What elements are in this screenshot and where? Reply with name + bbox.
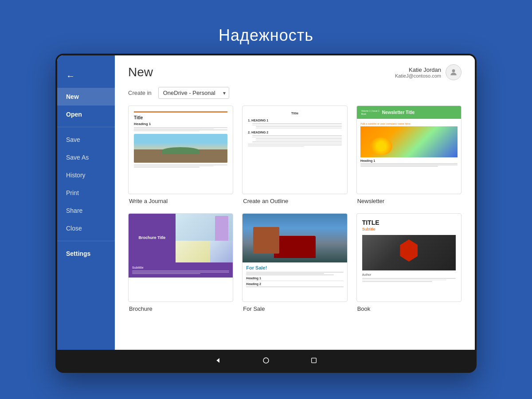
- avatar[interactable]: [446, 64, 462, 80]
- template-card-book[interactable]: TITLE Subtitle Author: [356, 213, 462, 312]
- sidebar-item-new[interactable]: New: [57, 88, 115, 106]
- tablet-screen: ← New Open Save Save As History Print: [57, 55, 475, 350]
- main-header: New Katie Jordan KatieJ@contoso.com: [115, 55, 475, 85]
- create-in-select-wrapper: OneDrive - Personal This device: [158, 87, 229, 99]
- create-in-select[interactable]: OneDrive - Personal This device: [158, 87, 229, 99]
- sidebar-item-print[interactable]: Print: [57, 184, 115, 202]
- templates-grid: Title Heading 1: [115, 106, 475, 350]
- sidebar-divider-2: [57, 241, 115, 241]
- create-in-section: Create in OneDrive - Personal This devic…: [115, 85, 475, 106]
- create-in-label: Create in: [128, 90, 152, 96]
- nav-recents-button[interactable]: [308, 354, 320, 367]
- template-card-newsletter[interactable]: Volume 1 | Issue 1Book Newsletter Title …: [356, 106, 462, 204]
- android-nav-bar: [57, 350, 475, 371]
- template-preview-newsletter: Volume 1 | Issue 1Book Newsletter Title …: [356, 106, 462, 194]
- sidebar-item-open[interactable]: Open: [57, 106, 115, 123]
- template-preview-brochure: Brochure Title: [128, 213, 233, 302]
- user-name: Katie Jordan: [395, 66, 441, 73]
- template-preview-journal: Title Heading 1: [128, 106, 233, 194]
- sidebar: ← New Open Save Save As History Print: [57, 55, 115, 350]
- sidebar-divider-1: [57, 127, 115, 127]
- template-card-journal[interactable]: Title Heading 1: [128, 106, 233, 204]
- svg-point-0: [452, 69, 455, 72]
- template-card-forsale[interactable]: For Sale! Heading 1 Heading 2 For: [242, 213, 347, 312]
- template-card-outline[interactable]: Title 1. HEADING 1 2. HEADING 2: [242, 106, 347, 204]
- page-title: Надежность: [219, 26, 313, 45]
- svg-point-2: [263, 358, 269, 363]
- template-label-journal: Write a Journal: [128, 198, 233, 204]
- nav-home-button[interactable]: [260, 354, 272, 367]
- template-preview-forsale: For Sale! Heading 1 Heading 2: [242, 213, 347, 302]
- user-email: KatieJ@contoso.com: [395, 73, 441, 78]
- sidebar-item-history[interactable]: History: [57, 166, 115, 184]
- sidebar-item-settings[interactable]: Settings: [57, 245, 115, 262]
- template-label-newsletter: Newsletter: [356, 198, 462, 204]
- template-label-forsale: For Sale: [242, 305, 347, 312]
- template-label-book: Book: [356, 305, 462, 312]
- template-preview-book: TITLE Subtitle Author: [356, 213, 462, 302]
- sidebar-item-close[interactable]: Close: [57, 219, 115, 237]
- svg-rect-3: [312, 358, 317, 363]
- tablet-frame: ← New Open Save Save As History Print: [55, 54, 477, 373]
- sidebar-item-save[interactable]: Save: [57, 131, 115, 149]
- template-label-brochure: Brochure: [128, 305, 233, 312]
- sidebar-item-share[interactable]: Share: [57, 202, 115, 219]
- back-button[interactable]: ←: [57, 64, 115, 88]
- nav-back-button[interactable]: [212, 354, 224, 367]
- template-preview-outline: Title 1. HEADING 1 2. HEADING 2: [242, 106, 347, 194]
- brochure-title: Brochure Title: [139, 235, 166, 241]
- main-content-title: New: [128, 65, 153, 79]
- main-content: New Katie Jordan KatieJ@contoso.com: [115, 55, 475, 350]
- user-info: Katie Jordan KatieJ@contoso.com: [395, 64, 462, 80]
- svg-marker-1: [216, 358, 219, 363]
- template-label-outline: Create an Outline: [242, 198, 347, 204]
- template-card-brochure[interactable]: Brochure Title: [128, 213, 233, 312]
- sidebar-item-saveas[interactable]: Save As: [57, 149, 115, 166]
- user-text: Katie Jordan KatieJ@contoso.com: [395, 66, 441, 78]
